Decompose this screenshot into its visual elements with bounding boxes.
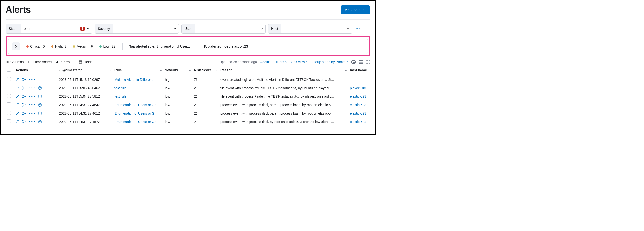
row-checkbox[interactable] (7, 77, 11, 81)
keyboard-icon[interactable] (352, 60, 356, 64)
rule-link[interactable]: Enumeration of Users or Gr... (114, 111, 158, 115)
more-actions-icon[interactable]: ■ ■ ■ (29, 95, 36, 97)
analyze-icon[interactable] (22, 78, 26, 82)
manage-rules-button[interactable]: Manage rules (340, 5, 370, 14)
chevron-down-icon[interactable]: ⌄ (109, 69, 112, 72)
column-risk[interactable]: Risk Score⌄ (192, 65, 219, 75)
row-checkbox[interactable] (7, 102, 11, 106)
more-actions-icon[interactable]: ■ ■ ■ (29, 104, 36, 106)
row-checkbox[interactable] (7, 94, 11, 98)
fullscreen-icon[interactable] (366, 60, 370, 64)
chevron-down-icon[interactable]: ⌄ (188, 69, 191, 72)
filter-host[interactable]: Host (268, 24, 352, 34)
host-link[interactable]: elastic-523 (350, 111, 366, 115)
analyze-icon[interactable] (22, 120, 26, 124)
host-link[interactable]: player1-de (350, 86, 366, 90)
svg-rect-11 (352, 63, 354, 63)
column-timestamp[interactable]: @timestamp⌄ (58, 65, 113, 75)
more-actions-icon[interactable]: ■ ■ ■ (29, 78, 36, 81)
filter-user[interactable]: User (181, 24, 266, 34)
column-reason[interactable]: Reason⌄ (219, 65, 348, 75)
session-view-icon[interactable] (38, 103, 42, 107)
summary-bar: Critical: 0 High: 3 Medium: 6 Low: 22 To… (8, 39, 368, 54)
expand-icon[interactable] (16, 95, 20, 98)
host-link[interactable]: elastic-523 (350, 95, 366, 98)
rule-link[interactable]: Multiple Alerts in Different ... (114, 78, 156, 82)
page-title: Alerts (6, 5, 31, 15)
timestamp-cell: 2023-05-11T15:04:38.581Z (58, 92, 113, 101)
host-cell: elastic-523 (348, 92, 370, 101)
reason-cell: process event with process dscl, by root… (219, 117, 348, 126)
analyze-icon[interactable] (22, 111, 26, 115)
host-cell: elastic-523 (348, 109, 370, 117)
svg-rect-7 (352, 61, 352, 62)
expand-icon[interactable] (16, 120, 20, 124)
row-checkbox[interactable] (7, 111, 11, 115)
chevron-down-icon[interactable]: ⌄ (345, 69, 347, 72)
risk-cell: 21 (192, 84, 219, 92)
table-density-icon[interactable] (359, 60, 363, 64)
reason-cell: process event with process dscl, parent … (219, 109, 348, 117)
column-severity[interactable]: Severity⌄ (164, 65, 192, 75)
divider (122, 43, 122, 50)
expand-icon[interactable] (16, 103, 20, 107)
additional-filters-button[interactable]: Additional filters (260, 60, 288, 64)
chevron-down-icon[interactable]: ⌄ (160, 69, 162, 72)
analyze-icon[interactable] (22, 86, 26, 90)
divider (74, 60, 74, 64)
session-view-icon[interactable] (38, 111, 42, 115)
columns-button[interactable]: Columns (6, 60, 24, 64)
filter-status-value: open (24, 27, 31, 31)
select-all-header[interactable] (6, 65, 14, 75)
summary-highlight: Critical: 0 High: 3 Medium: 6 Low: 22 To… (6, 36, 370, 56)
analyze-icon[interactable] (22, 103, 26, 107)
rule-link[interactable]: Enumeration of Users or Gr... (114, 120, 158, 124)
divider (196, 43, 197, 50)
more-actions-icon[interactable]: ■ ■ ■ (29, 112, 36, 114)
analyze-icon[interactable] (22, 95, 26, 98)
more-filters-icon[interactable]: ▫▫▫ (355, 26, 361, 32)
table-row: ■ ■ ■2023-05-11T14:31:27.461ZEnumeration… (6, 109, 370, 117)
row-checkbox[interactable] (7, 86, 11, 89)
group-alerts-button[interactable]: Group alerts by: None (312, 60, 348, 64)
chevron-down-icon (260, 27, 263, 30)
timestamp-cell: 2023-05-11T14:31:27.457Z (58, 117, 113, 126)
host-cell: elastic-523 (348, 101, 370, 109)
grid-view-button[interactable]: Grid view (291, 60, 308, 64)
host-link[interactable]: elastic-523 (350, 103, 366, 107)
filter-severity[interactable]: Severity (95, 24, 179, 34)
fields-button[interactable]: Fields (78, 60, 92, 64)
rule-link[interactable]: test rule (114, 86, 126, 90)
severity-medium: Medium: 6 (73, 44, 93, 48)
column-host[interactable]: host.name (348, 65, 370, 75)
filter-status[interactable]: Status open 1 (6, 24, 92, 34)
dot-icon (26, 45, 29, 48)
more-actions-icon[interactable]: ■ ■ ■ (29, 121, 36, 123)
checkbox[interactable] (7, 68, 11, 72)
severity-critical: Critical: 0 (26, 44, 44, 48)
svg-rect-3 (79, 61, 82, 63)
session-view-icon[interactable] (38, 95, 42, 98)
column-actions: Actions (14, 65, 58, 75)
reason-cell: file event with process Finder, file TES… (219, 92, 348, 101)
chevron-down-icon (347, 27, 350, 30)
reason-cell: process event with process dscl, parent … (219, 101, 348, 109)
expand-icon[interactable] (16, 111, 20, 115)
session-view-icon[interactable] (38, 120, 42, 124)
session-view-icon[interactable] (38, 86, 42, 90)
table-row: ■ ■ ■2023-05-11T15:04:38.581Ztest rulelo… (6, 92, 370, 101)
rule-link[interactable]: test rule (114, 95, 126, 98)
expand-summary-button[interactable] (12, 43, 20, 50)
host-cell: — (348, 75, 370, 84)
rule-link[interactable]: Enumeration of Users or Gr... (114, 103, 158, 107)
expand-icon[interactable] (16, 86, 20, 90)
host-link[interactable]: elastic-523 (350, 120, 366, 124)
column-rule[interactable]: Rule⌄ (113, 65, 164, 75)
sort-button[interactable]: 1 field sorted (28, 60, 52, 64)
row-checkbox[interactable] (7, 119, 11, 123)
chevron-down-icon[interactable]: ⌄ (215, 69, 218, 72)
updated-timestamp: Updated 28 seconds ago (220, 60, 257, 64)
expand-icon[interactable] (16, 78, 20, 82)
severity-cell: low (164, 117, 192, 126)
more-actions-icon[interactable]: ■ ■ ■ (29, 87, 36, 89)
